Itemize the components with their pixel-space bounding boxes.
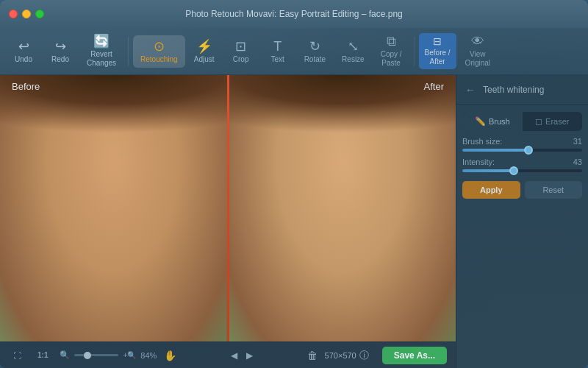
intensity-label: Intensity:	[462, 158, 495, 166]
eye-icon: 👁	[471, 35, 484, 48]
brush-label: Brush	[489, 117, 510, 126]
svg-point-22	[101, 256, 111, 266]
retouching-label: Retouching	[140, 55, 178, 63]
svg-point-27	[131, 249, 134, 252]
copy-paste-label: Copy /Paste	[381, 50, 402, 68]
one-to-one-label: 1:1	[37, 351, 48, 359]
svg-rect-0	[0, 75, 227, 342]
svg-rect-29	[229, 75, 456, 342]
intensity-knob[interactable]	[509, 166, 518, 175]
fullscreen-button[interactable]: ⛶	[9, 349, 26, 362]
crop-icon: ⊡	[235, 40, 246, 53]
brush-tab[interactable]: ✏️ Brush	[462, 112, 523, 131]
svg-point-51	[375, 223, 379, 227]
svg-point-58	[345, 256, 355, 266]
zoom-slider[interactable]	[74, 354, 118, 356]
maximize-button[interactable]	[35, 10, 44, 18]
svg-point-26	[101, 254, 103, 256]
svg-point-39	[248, 163, 301, 269]
intensity-value: 43	[573, 158, 582, 166]
text-label: Text	[270, 55, 284, 63]
svg-point-36	[251, 322, 433, 342]
info-icon[interactable]: ⓘ	[359, 349, 369, 362]
brush-size-slider[interactable]	[462, 149, 582, 152]
text-button[interactable]: T Text	[260, 35, 295, 68]
save-as-button[interactable]: Save As...	[382, 347, 447, 364]
intensity-label-row: Intensity: 43	[462, 158, 582, 166]
next-button[interactable]: ▶	[243, 349, 256, 362]
svg-point-43	[351, 214, 394, 233]
app-window: Photo Retouch Movavi: Easy Portrait Edit…	[0, 0, 588, 368]
before-photo	[0, 75, 227, 342]
redo-icon: ↪	[55, 40, 66, 53]
panel-header: ← Teeth whitening	[456, 75, 588, 105]
svg-point-30	[229, 75, 328, 148]
apply-button[interactable]: Apply	[462, 181, 520, 199]
retouching-button[interactable]: ⊙ Retouching	[133, 35, 185, 68]
copy-paste-button[interactable]: ⧉ Copy /Paste	[373, 30, 409, 72]
brush-size-knob[interactable]	[524, 146, 533, 155]
crop-button[interactable]: ⊡ Crop	[223, 35, 259, 68]
undo-icon: ↩	[18, 40, 29, 53]
history-group: ↩ Undo ↪ Redo 🔄 RevertChanges	[6, 30, 123, 72]
svg-point-47	[365, 219, 384, 235]
rotate-button[interactable]: ↻ Rotate	[297, 35, 333, 68]
photo-divider[interactable]	[227, 75, 229, 342]
before-after-button[interactable]: ⊟ Before /After	[419, 33, 456, 69]
brush-eraser-tabs: ✏️ Brush ◻ Eraser	[462, 112, 582, 131]
before-after-icon: ⊟	[433, 36, 442, 46]
svg-point-63	[353, 254, 355, 256]
brush-size-label-row: Brush size: 31	[462, 137, 582, 146]
svg-point-44	[295, 216, 329, 238]
reset-button[interactable]: Reset	[525, 181, 583, 199]
svg-point-24	[92, 286, 135, 305]
adjust-icon: ⚡	[196, 40, 212, 53]
view-original-label: ViewOriginal	[465, 50, 490, 68]
intensity-row: Intensity: 43	[462, 158, 582, 172]
eraser-label: Eraser	[545, 117, 569, 126]
svg-point-52	[308, 222, 318, 233]
svg-point-2	[136, 87, 226, 163]
minimize-button[interactable]	[22, 10, 31, 18]
zoom-controls: 🔍 +🔍 84%	[60, 350, 157, 360]
svg-point-12	[49, 155, 178, 231]
photo-container: Before After	[0, 75, 456, 342]
right-panel: ← Teeth whitening ✏️ Brush ◻ Eraser	[456, 75, 588, 368]
revert-label: RevertChanges	[87, 50, 116, 68]
svg-point-31	[365, 87, 456, 163]
toolbar: ↩ Undo ↪ Redo 🔄 RevertChanges ⊙ Retouchi…	[0, 28, 588, 75]
revert-icon: 🔄	[93, 35, 110, 48]
brush-size-label: Brush size:	[462, 137, 502, 146]
before-face-image	[0, 75, 227, 342]
svg-point-53	[369, 222, 379, 233]
intensity-slider[interactable]	[462, 169, 582, 172]
hand-tool[interactable]: ✋	[164, 350, 176, 361]
svg-point-56	[331, 250, 354, 266]
one-to-one-button[interactable]: 1:1	[33, 349, 52, 361]
svg-point-33	[373, 261, 456, 342]
close-button[interactable]	[9, 10, 18, 18]
brush-icon: ✏️	[475, 116, 486, 127]
fullscreen-icon: ⛶	[13, 351, 21, 360]
adjust-button[interactable]: ⚡ Adjust	[187, 35, 222, 68]
resize-button[interactable]: ⤡ Resize	[334, 35, 372, 68]
svg-point-32	[229, 238, 320, 342]
prev-button[interactable]: ◀	[228, 349, 240, 362]
eraser-tab[interactable]: ◻ Eraser	[523, 112, 583, 131]
zoom-in-icon[interactable]: +🔍	[123, 351, 136, 359]
undo-button[interactable]: ↩ Undo	[6, 35, 41, 68]
revert-button[interactable]: 🔄 RevertChanges	[79, 30, 123, 72]
dimensions-text: 570×570	[325, 351, 356, 360]
redo-button[interactable]: ↪ Redo	[43, 35, 78, 68]
panel-back-button[interactable]: ←	[462, 82, 478, 97]
panel-title: Teeth whitening	[483, 85, 544, 95]
statusbar: ⛶ 1:1 🔍 +🔍 84% ✋ ◀ ▶	[0, 342, 456, 368]
delete-icon[interactable]: 🗑	[307, 350, 318, 361]
svg-point-3	[0, 238, 90, 342]
svg-point-50	[315, 223, 318, 227]
zoom-out-icon[interactable]: 🔍	[60, 350, 70, 360]
view-original-button[interactable]: 👁 ViewOriginal	[458, 30, 498, 72]
nav-arrows: ◀ ▶	[228, 349, 256, 362]
svg-point-20	[146, 223, 150, 227]
svg-point-11	[155, 163, 208, 269]
